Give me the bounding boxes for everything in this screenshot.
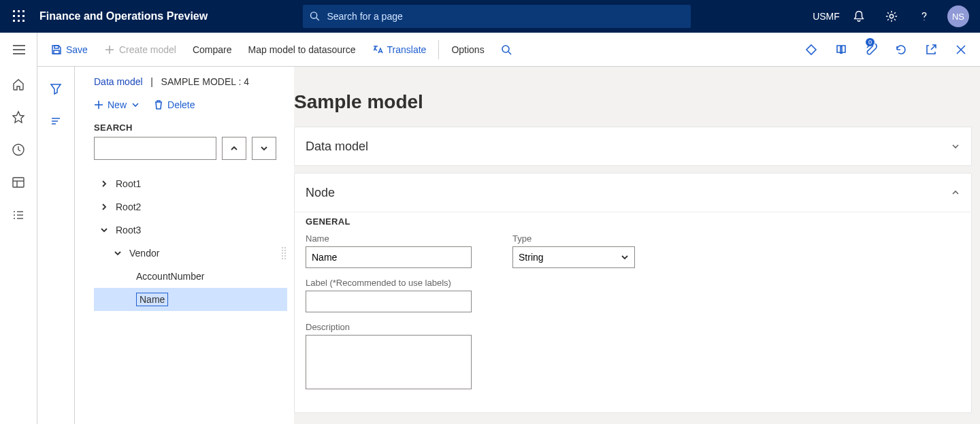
panel-rail xyxy=(37,67,75,424)
type-field-value: String xyxy=(519,252,544,263)
svg-rect-27 xyxy=(54,50,59,54)
tree-panel: Data model | SAMPLE MODEL : 4 New Delete… xyxy=(75,67,294,424)
map-model-button[interactable]: Map model to datasource xyxy=(240,33,364,66)
expand-icon[interactable] xyxy=(99,179,109,189)
popout-icon[interactable] xyxy=(917,33,945,67)
filter-icon[interactable] xyxy=(37,74,75,103)
close-icon[interactable] xyxy=(947,33,975,67)
attachments-icon[interactable]: 0 xyxy=(858,33,885,67)
tree-node-name[interactable]: Name xyxy=(94,288,287,311)
tree-node-root3[interactable]: Root3 xyxy=(94,218,287,242)
chevron-up-icon xyxy=(951,188,960,197)
svg-rect-7 xyxy=(18,20,20,22)
related-info-icon[interactable] xyxy=(37,106,75,136)
tree-node-vendor[interactable]: Vendor xyxy=(94,242,287,265)
chevron-down-icon xyxy=(131,100,140,110)
svg-rect-4 xyxy=(18,15,20,17)
tree-node-label: Root1 xyxy=(116,178,141,189)
new-button[interactable]: New xyxy=(94,99,140,110)
tree-node-label: Name xyxy=(136,293,168,306)
card-node-header[interactable]: Node xyxy=(295,174,971,212)
search-actions-button[interactable] xyxy=(493,33,520,66)
tree-node-label: Vendor xyxy=(129,248,159,259)
search-icon xyxy=(310,11,320,22)
type-field[interactable]: String xyxy=(512,246,635,268)
breadcrumb-current: SAMPLE MODEL : 4 xyxy=(161,76,249,87)
company-picker[interactable]: USMF xyxy=(811,0,841,33)
tree-node-root1[interactable]: Root1 xyxy=(94,172,287,195)
name-field[interactable] xyxy=(306,246,472,268)
chevron-down-icon xyxy=(621,253,629,261)
plus-icon xyxy=(94,100,103,110)
type-field-label: Type xyxy=(512,233,635,244)
breadcrumb-link[interactable]: Data model xyxy=(94,76,143,87)
drag-handle-icon[interactable] xyxy=(282,247,286,259)
svg-rect-1 xyxy=(18,10,20,12)
collapse-icon[interactable] xyxy=(99,225,109,235)
save-icon xyxy=(51,44,62,55)
svg-point-11 xyxy=(889,14,893,18)
tree-toolbar: New Delete xyxy=(94,99,287,110)
global-search-input[interactable] xyxy=(327,11,684,22)
options-button[interactable]: Options xyxy=(443,33,492,66)
save-button[interactable]: Save xyxy=(43,33,96,66)
svg-point-30 xyxy=(502,46,509,52)
page-title: Sample model xyxy=(294,91,972,113)
svg-rect-6 xyxy=(13,20,15,22)
tree-node-root2[interactable]: Root2 xyxy=(94,195,287,218)
expand-icon[interactable] xyxy=(99,202,109,212)
help-icon[interactable] xyxy=(909,0,939,33)
new-label: New xyxy=(108,99,127,110)
book-icon[interactable] xyxy=(828,33,855,67)
chevron-down-icon xyxy=(951,142,960,151)
favorites-icon[interactable] xyxy=(0,102,37,132)
nav-toggle-icon[interactable] xyxy=(6,33,32,67)
home-icon[interactable] xyxy=(0,69,37,99)
user-avatar[interactable]: NS xyxy=(947,5,969,27)
svg-rect-14 xyxy=(13,178,24,187)
delete-button[interactable]: Delete xyxy=(154,99,195,110)
svg-point-12 xyxy=(924,20,924,20)
separator xyxy=(438,40,439,59)
tree-search-input[interactable] xyxy=(94,137,216,160)
card-data-model-header[interactable]: Data model xyxy=(295,127,971,165)
settings-icon[interactable] xyxy=(877,0,906,33)
search-prev-button[interactable] xyxy=(222,137,246,160)
search-next-button[interactable] xyxy=(252,137,276,160)
translate-label: Translate xyxy=(387,44,427,55)
card-title: Data model xyxy=(306,140,368,154)
description-field[interactable] xyxy=(306,335,472,389)
main-content: Sample model Data model Node GENERAL Nam… xyxy=(294,67,972,424)
svg-rect-26 xyxy=(54,46,59,48)
svg-line-31 xyxy=(508,52,511,54)
collapse-icon[interactable] xyxy=(113,248,122,258)
svg-rect-0 xyxy=(13,10,15,12)
model-tree: Root1 Root2 Root3 Vendor AccountNumber N… xyxy=(94,172,287,311)
compare-button[interactable]: Compare xyxy=(184,33,240,66)
tree-node-label: AccountNumber xyxy=(136,271,204,282)
notifications-icon[interactable] xyxy=(844,0,874,33)
search-icon xyxy=(501,44,512,55)
refresh-icon[interactable] xyxy=(887,33,915,67)
app-title: Finance and Operations Preview xyxy=(39,10,208,22)
svg-rect-3 xyxy=(13,15,15,17)
recent-icon[interactable] xyxy=(0,135,37,165)
global-search[interactable] xyxy=(303,5,691,28)
translate-icon xyxy=(372,44,383,55)
svg-rect-8 xyxy=(22,20,24,22)
save-button-label: Save xyxy=(66,44,88,55)
app-launcher-icon[interactable] xyxy=(5,10,33,22)
svg-rect-5 xyxy=(22,15,24,17)
trash-icon xyxy=(154,100,163,110)
svg-rect-2 xyxy=(22,10,24,12)
translate-button[interactable]: Translate xyxy=(364,33,435,66)
tree-node-accountnumber[interactable]: AccountNumber xyxy=(94,265,287,288)
card-data-model: Data model xyxy=(294,127,972,166)
label-field[interactable] xyxy=(306,291,472,312)
workspaces-icon[interactable] xyxy=(0,167,37,197)
diamond-icon[interactable] xyxy=(798,33,825,67)
modules-icon[interactable] xyxy=(0,200,37,230)
tree-node-label: Root2 xyxy=(116,201,141,212)
svg-line-10 xyxy=(316,18,319,20)
name-field-label: Name xyxy=(306,233,472,244)
